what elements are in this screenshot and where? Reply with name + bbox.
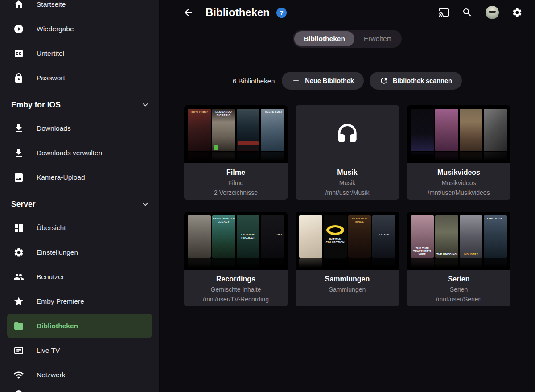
sidebar-nav: Startseite Wiedergabe Untertitel Passwor… (0, 0, 159, 392)
refresh-icon (379, 76, 388, 85)
sidebar-item-startseite[interactable]: Startseite (0, 0, 159, 17)
sidebar-item-label: Kamera-Upload (37, 173, 85, 182)
star-icon (13, 296, 24, 307)
library-path: /mnt/user/Serien (412, 294, 505, 304)
library-type: Filme (189, 178, 282, 188)
sidebar-item-label: Einstellungen (37, 248, 78, 256)
tab-group: Bibliotheken Erweitert (293, 30, 402, 48)
library-name: Sammlungen (301, 274, 394, 285)
library-card-media (407, 105, 510, 163)
tabs-row: Bibliotheken Erweitert (160, 30, 535, 48)
sidebar-item-untertitel[interactable]: Untertitel (0, 41, 159, 66)
photo-icon (13, 172, 24, 183)
scan-library-button[interactable]: Bibliothek scannen (370, 72, 462, 90)
generic-icon (13, 389, 24, 392)
library-card-footer: Filme Filme 2 Verzeichnisse (184, 163, 288, 200)
closed-caption-icon (13, 48, 24, 59)
folder-icon (13, 321, 24, 331)
main-content: Bibliotheken ? Bibliotheken Erweitert 6 … (160, 0, 535, 392)
sidebar-item-live-tv[interactable]: Live TV (0, 338, 159, 363)
download-icon (13, 123, 24, 134)
user-avatar[interactable] (486, 6, 499, 19)
tab-erweitert[interactable]: Erweitert (354, 31, 400, 46)
search-icon[interactable] (462, 7, 473, 18)
sidebar-item-einstellungen[interactable]: Einstellungen (0, 240, 159, 264)
sidebar-item-passwort[interactable]: Passwort (0, 66, 159, 90)
library-type: Musikvideos (412, 178, 505, 188)
sidebar-item-netzwerk[interactable]: Netzwerk (0, 363, 159, 387)
library-card-media: BATMAN COLLECTION HERR DER RINGE T H O R (296, 212, 399, 270)
help-icon[interactable]: ? (276, 8, 287, 18)
sidebar-item-kamera-upload[interactable]: Kamera-Upload (0, 165, 159, 190)
settings-gear-icon[interactable] (512, 7, 523, 18)
library-type: Gemischte Inhalte (189, 285, 282, 294)
people-icon (13, 272, 24, 282)
sidebar-item-partial[interactable] (0, 387, 159, 392)
library-card-filme[interactable]: Harry Potter LEONARDO DICAPRIO ALL IS LO… (184, 105, 288, 200)
library-name: Musikvideos (412, 167, 505, 178)
batman-logo (326, 225, 344, 235)
sidebar-item-uebersicht[interactable]: Übersicht (0, 215, 159, 240)
library-name: Musik (301, 167, 394, 178)
sidebar-item-wiedergabe[interactable]: Wiedergabe (0, 17, 159, 41)
sidebar-item-emby-premiere[interactable]: Emby Premiere (0, 289, 159, 314)
library-name: Recordings (189, 274, 282, 285)
library-card-sammlungen[interactable]: BATMAN COLLECTION HERR DER RINGE T H O R… (296, 212, 399, 306)
home-icon (13, 0, 24, 10)
sidebar-item-label: Emby Premiere (37, 297, 84, 305)
dashboard-icon (13, 223, 24, 233)
section-title: Server (11, 200, 36, 209)
wifi-icon (13, 370, 24, 380)
sidebar-item-label: Untertitel (37, 50, 64, 58)
gear-icon (13, 247, 24, 258)
new-library-button[interactable]: Neue Bibliothek (282, 72, 364, 90)
sidebar-section-server[interactable]: Server (0, 193, 159, 215)
back-arrow-icon[interactable] (183, 7, 193, 18)
sidebar-item-label: Live TV (37, 347, 60, 355)
header-actions (438, 6, 523, 19)
sidebar-item-bibliotheken[interactable]: Bibliotheken (7, 314, 152, 338)
sidebar-item-downloads[interactable]: Downloads (0, 116, 159, 140)
sidebar-item-label: Wiedergabe (37, 25, 74, 33)
download-icon (13, 148, 24, 158)
sidebar: Startseite Wiedergabe Untertitel Passwor… (0, 0, 160, 392)
library-type: Serien (412, 285, 505, 294)
page-header: Bibliotheken ? (160, 0, 535, 19)
library-card-footer: Sammlungen Sammlungen (296, 270, 399, 306)
library-card-footer: Recordings Gemischte Inhalte /mnt/user/T… (184, 270, 288, 306)
library-card-media: THE TIME TRAVELER'S WIFE THE UNDOING IND… (407, 212, 510, 270)
sidebar-item-label: Bibliotheken (37, 322, 78, 330)
library-type: Sammlungen (301, 285, 394, 294)
play-circle-icon (13, 24, 24, 34)
scan-library-label: Bibliothek scannen (393, 77, 452, 84)
section-title: Emby for iOS (11, 100, 61, 110)
new-library-label: Neue Bibliothek (305, 77, 354, 84)
tab-bibliotheken[interactable]: Bibliotheken (294, 31, 354, 46)
live-tv-icon (13, 345, 24, 356)
library-card-footer: Musikvideos Musikvideos /mnt/user/Musikv… (407, 163, 510, 200)
library-card-musikvideos[interactable]: Musikvideos Musikvideos /mnt/user/Musikv… (407, 105, 510, 200)
chevron-down-icon (140, 199, 150, 209)
library-card-recordings[interactable]: GHOSTBUSTERS LEGACY LAZARUS PROJECT RÉS … (184, 212, 288, 306)
library-path: /mnt/user/TV-Recording (189, 294, 282, 304)
library-name: Serien (412, 274, 505, 285)
sidebar-item-label: Übersicht (37, 224, 66, 232)
sidebar-section-emby-ios[interactable]: Emby for iOS (0, 94, 159, 116)
library-path: 2 Verzeichnisse (189, 188, 282, 198)
library-card-serien[interactable]: THE TIME TRAVELER'S WIFE THE UNDOING IND… (407, 212, 510, 306)
chevron-down-icon (140, 100, 150, 110)
library-count: 6 Bibliotheken (233, 77, 275, 85)
sidebar-item-label: Downloads (37, 124, 71, 132)
cast-icon[interactable] (438, 7, 449, 18)
library-card-musik[interactable]: Musik Musik /mnt/user/Musik (296, 105, 399, 200)
sidebar-item-label: Passwort (37, 74, 65, 82)
library-toolbar: 6 Bibliotheken Neue Bibliothek Bibliothe… (160, 72, 535, 90)
lock-icon (13, 73, 24, 83)
sidebar-item-downloads-verwalten[interactable]: Downloads verwalten (0, 140, 159, 165)
sidebar-item-benutzer[interactable]: Benutzer (0, 264, 159, 289)
sidebar-item-label: Downloads verwalten (37, 149, 102, 157)
library-card-footer: Serien Serien /mnt/user/Serien (407, 270, 510, 306)
library-path: /mnt/user/Musik (301, 188, 394, 198)
page-title: Bibliotheken (206, 6, 270, 19)
library-grid: Harry Potter LEONARDO DICAPRIO ALL IS LO… (184, 105, 535, 306)
